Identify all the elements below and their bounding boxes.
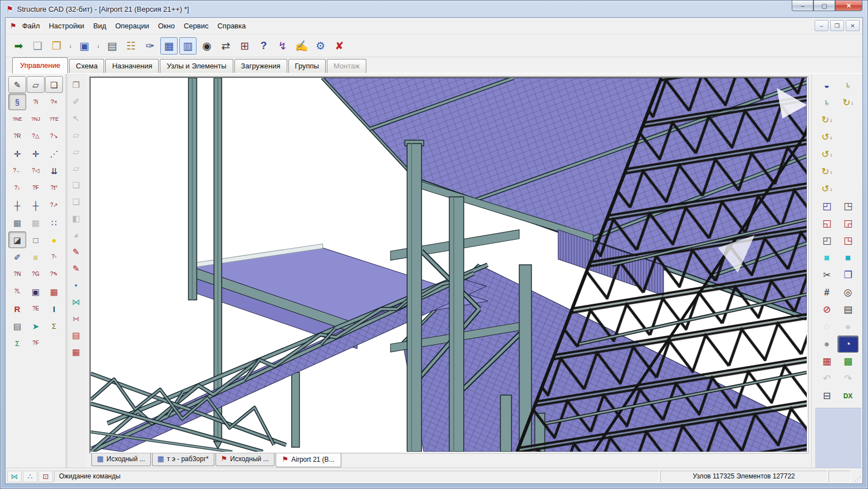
move-element-icon[interactable]: ⇄ [217, 37, 234, 55]
settings-box-icon[interactable]: ⚙ [312, 37, 329, 55]
dxf-export-icon[interactable]: DX [837, 387, 859, 404]
delete-results-icon[interactable]: ✘ [331, 37, 348, 55]
tab-upravlenie[interactable]: Управление [12, 57, 68, 73]
rigid-body-icon[interactable]: ?R [8, 128, 26, 145]
nodal-load-icon[interactable]: ?↓ [8, 180, 26, 196]
print-view-icon[interactable]: ▤ [837, 301, 859, 318]
orbit-back-icon[interactable]: ♄ [816, 94, 837, 111]
result-histogram-icon[interactable]: R [8, 300, 26, 317]
solid-edit-icon[interactable]: ❏ [45, 76, 63, 93]
tab-uzly-i-elementy[interactable]: Узлы и Элементы [160, 59, 233, 73]
report-notes-icon[interactable]: ✍ [293, 37, 310, 55]
force-load-icon[interactable]: ?F [27, 180, 45, 196]
sum-groups-icon[interactable]: Σ [45, 318, 63, 334]
building-fragment-icon[interactable]: ▤ [67, 327, 85, 343]
cut-fragment-icon[interactable]: ✂ [816, 266, 837, 284]
merge-nodes-icon[interactable]: ?↘ [45, 128, 63, 145]
full-model-icon[interactable]: ▩ [837, 353, 859, 370]
element-info-icon[interactable]: ?× [45, 93, 63, 110]
rotate-x-icon[interactable]: ↻↓ [837, 94, 859, 111]
lightning-icon[interactable]: ↯ [274, 37, 291, 55]
edit-g-icon[interactable]: ?✎ [45, 266, 63, 283]
load-direction-icon[interactable]: ?← [8, 162, 26, 179]
dashed-grid-icon[interactable]: ∷ [45, 214, 63, 231]
frame-grid-icon[interactable]: ▣ [27, 283, 45, 300]
calculation-icon[interactable]: ? [255, 37, 272, 55]
open-dropdown-icon[interactable]: ↓ [67, 37, 74, 55]
numbered-selection-icon[interactable]: ⊡ [38, 471, 53, 482]
fragment-grid-icon[interactable]: ▦ [816, 353, 837, 370]
exit-icon[interactable]: ➡ [10, 37, 27, 55]
edit-path-icon[interactable]: ✎ [67, 244, 85, 259]
element-numbers-icon[interactable]: ?NJ [27, 111, 45, 127]
save-icon[interactable]: ▣ [76, 37, 93, 55]
menu-справка[interactable]: Справка [213, 19, 250, 33]
paint-scheme-icon[interactable]: ✑ [141, 37, 159, 55]
rotate-y-neg-icon[interactable]: ↺↓ [816, 180, 837, 197]
shaded-view-icon[interactable]: ■ [816, 249, 837, 266]
axis-node-icon[interactable]: ✛ [27, 145, 45, 162]
fragmentation-icon[interactable]: ?▫ [45, 249, 63, 265]
doc-tab-rab3org[interactable]: ▦т э - раб3орг* [152, 453, 214, 466]
layers-icon[interactable]: ≡ [27, 249, 45, 265]
sum-nodes-icon[interactable]: Σ [8, 335, 26, 352]
doc-tab-ishodnyj-1[interactable]: ▦Исходный ... [91, 453, 151, 466]
filter-elements-icon[interactable]: ⋈ [7, 471, 22, 482]
print-icon[interactable]: ▤ [104, 37, 121, 55]
sphere-view-icon[interactable]: ● [816, 335, 837, 353]
spring-element-icon[interactable]: § [8, 93, 26, 110]
solid-view-icon[interactable]: ▥ [179, 37, 197, 55]
red-grid-icon[interactable]: ▦ [45, 283, 63, 300]
tab-gruppy[interactable]: Группы [288, 59, 326, 73]
shaded-view-2-icon[interactable]: ■ [837, 249, 859, 266]
assign-g-icon[interactable]: ?G [27, 266, 45, 283]
zoom-off-icon[interactable]: ⊘ [816, 301, 837, 318]
assembly-icon[interactable]: ⊞ [236, 37, 253, 55]
view-arrow-icon[interactable]: ◳ [837, 197, 859, 215]
f-parameter-icon[interactable]: ?F [27, 335, 45, 352]
edit-path-2-icon[interactable]: ✎ [67, 260, 85, 276]
load-angle-icon[interactable]: ?◁ [27, 162, 45, 179]
view-left-icon[interactable]: ◲ [837, 215, 859, 232]
open-project-icon[interactable]: ❒ [48, 37, 65, 55]
node-info-icon[interactable]: ?i [27, 93, 45, 110]
new-project-icon[interactable]: ❑ [29, 37, 46, 55]
iso-view-icon[interactable]: ◰ [816, 197, 837, 215]
support-icon[interactable]: ?△ [27, 128, 45, 145]
paint-brush-icon[interactable]: ✐ [8, 249, 26, 265]
doc-tab-airport-21[interactable]: ⚑Airport 21 (В... [276, 453, 341, 467]
resize-grip[interactable]: ⋰ [852, 473, 861, 482]
node-path-icon[interactable]: ∴ [23, 471, 37, 482]
menu-операции[interactable]: Операции [111, 19, 154, 33]
tab-shema[interactable]: Схема [69, 59, 104, 73]
node-grid-icon[interactable]: ┼ [8, 197, 26, 214]
options-dial-icon[interactable]: ◔ [837, 335, 859, 353]
element-types-icon[interactable]: ?TE [45, 111, 63, 127]
node-grid-2-icon[interactable]: ┼ [27, 197, 45, 214]
digit-display-icon[interactable]: ⊟ [816, 387, 837, 404]
bowtie-section-icon[interactable]: ⋈ [67, 294, 85, 309]
move-grid-icon[interactable]: ▦ [8, 214, 26, 231]
orbit-icon[interactable]: ♄ [837, 77, 859, 94]
eraser-icon[interactable]: ▱ [27, 76, 45, 93]
project-tree-icon[interactable]: ☷ [122, 37, 140, 55]
menu-сервис[interactable]: Сервис [179, 19, 213, 33]
view-corner-icon[interactable]: ◰ [816, 232, 837, 249]
light-source-icon[interactable]: ● [45, 231, 63, 248]
element-colors-icon[interactable]: ?E [27, 300, 45, 317]
rotate-z-neg-icon[interactable]: ↺↓ [816, 146, 837, 163]
assign-l-icon[interactable]: ?L [8, 283, 26, 300]
pencil-icon[interactable]: ✎ [8, 76, 26, 93]
save-dropdown-icon[interactable]: ↓ [95, 37, 102, 55]
doc-tab-ishodnyj-2[interactable]: ⚑Исходный ... [215, 453, 274, 466]
mdi-restore-button[interactable]: ❐ [830, 20, 844, 31]
grid-fragment-red-icon[interactable]: ▦ [67, 344, 85, 359]
rotate-x-neg-icon[interactable]: ↻↓ [816, 111, 837, 129]
beam-section-icon[interactable]: ◪ [8, 231, 26, 248]
tab-zagruzheniya[interactable]: Загружения [234, 59, 287, 73]
rotate-z-icon[interactable]: ↺↓ [816, 129, 837, 146]
multi-window-icon[interactable]: ❐ [837, 266, 859, 284]
minimize-button[interactable]: – [792, 1, 813, 11]
menu-файл[interactable]: Файл [18, 19, 45, 33]
thermal-load-icon[interactable]: ?t° [45, 180, 63, 196]
